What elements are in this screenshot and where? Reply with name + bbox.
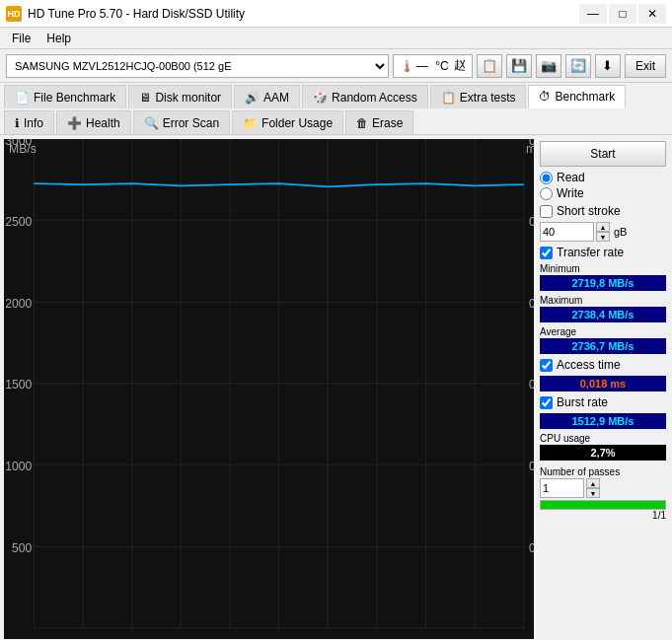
access-time-checkbox[interactable] [540,359,553,372]
toolbar-btn-1[interactable]: 📋 [477,54,502,78]
benchmark-icon: ⏱ [539,90,551,104]
info-icon: ℹ [15,116,20,130]
aam-icon: 🔊 [245,91,260,105]
drive-select[interactable]: SAMSUNG MZVL2512HCJQ-00B00 (512 gE [6,54,389,78]
passes-up-button[interactable]: ▲ [586,478,600,488]
tab-file-benchmark[interactable]: 📄 File Benchmark [4,85,126,108]
burst-rate-row[interactable]: Burst rate [540,395,666,409]
maximum-group: Maximum 2738,4 MB/s [540,295,666,322]
minimum-value: 2719,8 MB/s [540,275,666,291]
tab-health[interactable]: ➕ Health [56,110,131,134]
main-content: 3000 2500 2000 1500 1000 500 MB/s 0.60 0… [0,135,672,640]
tab-aam[interactable]: 🔊 AAM [234,85,300,108]
toolbar-btn-2[interactable]: 💾 [506,54,532,78]
start-button[interactable]: Start [540,141,666,167]
progress-bar-wrap [540,500,666,510]
toolbar-btn-4[interactable]: 🔄 [565,54,591,78]
tab-folder-usage[interactable]: 📁 Folder Usage [232,110,343,134]
svg-text:1000: 1000 [5,458,32,473]
maximum-value: 2738,4 MB/s [540,307,666,322]
benchmark-chart: 3000 2500 2000 1500 1000 500 MB/s 0.60 0… [4,139,534,639]
write-radio[interactable] [540,187,553,200]
passes-down-button[interactable]: ▼ [586,488,600,498]
temperature-display: 🌡️ — °C 赵 [393,54,473,78]
access-time-row[interactable]: Access time [540,358,666,372]
cpu-usage-group: CPU usage 2,7% [540,433,666,461]
tab-disk-monitor[interactable]: 🖥 Disk monitor [128,85,232,108]
stroke-value-row: ▲ ▼ gB [540,222,666,242]
svg-text:MB/s: MB/s [9,140,37,156]
stroke-spinners: ▲ ▼ [596,222,610,242]
short-stroke-checkbox[interactable] [540,205,553,218]
title-bar: HD HD Tune Pro 5.70 - Hard Disk/SSD Util… [0,0,672,28]
read-radio[interactable] [540,172,553,184]
passes-group: Number of passes ▲ ▼ 1/1 [540,464,666,521]
extra-tests-icon: 📋 [441,91,456,105]
tab-random-access[interactable]: 🎲 Random Access [302,85,428,108]
toolbar-btn-5[interactable]: ⬇ [595,54,621,78]
minimum-group: Minimum 2719,8 MB/s [540,263,666,291]
health-icon: ➕ [67,116,82,130]
read-write-group: Read Write [540,171,666,200]
stroke-down-button[interactable]: ▼ [596,232,610,242]
svg-text:0.20: 0.20 [529,458,534,473]
nav-tabs: 📄 File Benchmark 🖥 Disk monitor 🔊 AAM 🎲 … [0,83,672,135]
short-stroke-row[interactable]: Short stroke [540,204,666,218]
menu-file[interactable]: File [4,30,38,47]
maximize-button[interactable]: □ [609,4,636,24]
svg-text:500: 500 [12,540,32,556]
svg-text:ms: ms [526,140,534,156]
write-radio-row[interactable]: Write [540,186,666,200]
error-scan-icon: 🔍 [144,116,159,130]
file-benchmark-icon: 📄 [15,91,30,105]
random-access-icon: 🎲 [313,91,328,105]
toolbar: SAMSUNG MZVL2512HCJQ-00B00 (512 gE 🌡️ — … [0,49,672,83]
tab-info[interactable]: ℹ Info [4,110,54,134]
svg-text:0.10: 0.10 [529,540,534,556]
svg-text:1500: 1500 [5,377,32,392]
close-button[interactable]: ✕ [638,4,666,24]
erase-icon: 🗑 [356,116,368,130]
svg-text:2500: 2500 [5,213,32,229]
svg-text:2000: 2000 [5,296,32,312]
chart-area: 3000 2500 2000 1500 1000 500 MB/s 0.60 0… [4,139,534,639]
tab-error-scan[interactable]: 🔍 Error Scan [133,110,230,134]
cpu-usage-value: 2,7% [540,445,666,461]
toolbar-btn-3[interactable]: 📷 [536,54,561,78]
burst-rate-value: 1512,9 MB/s [540,413,666,429]
svg-text:0.50: 0.50 [529,213,534,229]
read-radio-row[interactable]: Read [540,171,666,184]
svg-text:0.40: 0.40 [529,296,534,312]
passes-spinners: ▲ ▼ [586,478,600,498]
passes-input[interactable] [540,478,584,498]
stroke-up-button[interactable]: ▲ [596,222,610,232]
tab-benchmark[interactable]: ⏱ Benchmark [528,85,626,108]
right-panel: Start Read Write Short stroke ▲ ▼ gB [534,135,672,640]
menu-help[interactable]: Help [38,30,79,47]
burst-rate-checkbox[interactable] [540,396,553,409]
menu-bar: File Help [0,28,672,49]
minimize-button[interactable]: — [579,4,607,24]
app-icon: HD [6,6,22,22]
average-group: Average 2736,7 MB/s [540,326,666,354]
average-value: 2736,7 MB/s [540,338,666,354]
passes-row: ▲ ▼ [540,478,666,498]
progress-bar-fill [541,501,665,509]
folder-usage-icon: 📁 [243,116,258,130]
disk-monitor-icon: 🖥 [139,91,151,105]
progress-label: 1/1 [540,510,666,521]
window-controls: — □ ✕ [579,4,666,24]
stroke-input[interactable] [540,222,594,242]
access-time-value: 0,018 ms [540,376,666,391]
tab-erase[interactable]: 🗑 Erase [345,110,413,134]
title-bar-text: HD Tune Pro 5.70 - Hard Disk/SSD Utility [28,7,245,21]
exit-button[interactable]: Exit [625,54,666,78]
tab-extra-tests[interactable]: 📋 Extra tests [430,85,527,108]
svg-text:0.30: 0.30 [529,377,534,392]
transfer-rate-row[interactable]: Transfer rate [540,246,666,259]
transfer-rate-checkbox[interactable] [540,247,553,259]
